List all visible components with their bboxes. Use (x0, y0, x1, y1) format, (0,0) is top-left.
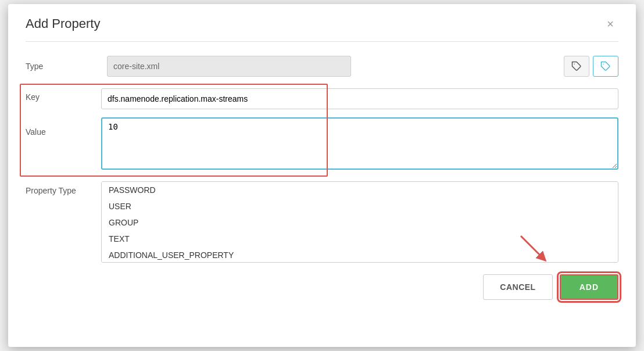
arrow-indicator (515, 230, 550, 265)
tag-button-1[interactable] (564, 56, 589, 77)
dialog-header: Add Property × (26, 16, 618, 42)
list-item[interactable]: GROUP (102, 214, 618, 231)
value-label: Value (26, 123, 101, 137)
key-value-wrapper: Key Value (26, 88, 618, 170)
value-textarea[interactable] (101, 117, 618, 170)
tag-icon-2 (600, 61, 611, 71)
key-input[interactable] (101, 88, 618, 109)
add-property-dialog: Add Property × Type (8, 4, 636, 347)
svg-line-3 (521, 236, 543, 258)
dialog-title: Add Property (26, 16, 100, 31)
close-button[interactable]: × (602, 16, 618, 32)
tag-button-2[interactable] (593, 56, 618, 77)
add-button[interactable]: ADD (560, 274, 618, 300)
value-inner-row: Value (101, 117, 618, 170)
type-input[interactable] (107, 56, 351, 77)
key-inner-row: Key (101, 88, 618, 109)
list-item[interactable]: PASSWORD (102, 182, 618, 198)
tag-buttons (564, 56, 618, 77)
type-label: Type (26, 62, 101, 71)
key-label: Key (26, 88, 101, 102)
cancel-button[interactable]: CANCEL (483, 274, 552, 300)
property-type-label: Property Type (26, 181, 101, 195)
dialog-footer: CANCEL ADD (26, 274, 618, 300)
list-item[interactable]: USER (102, 198, 618, 214)
key-value-content: Key Value (101, 88, 618, 170)
tag-icon-1 (571, 61, 582, 71)
type-row: Type (26, 56, 618, 77)
